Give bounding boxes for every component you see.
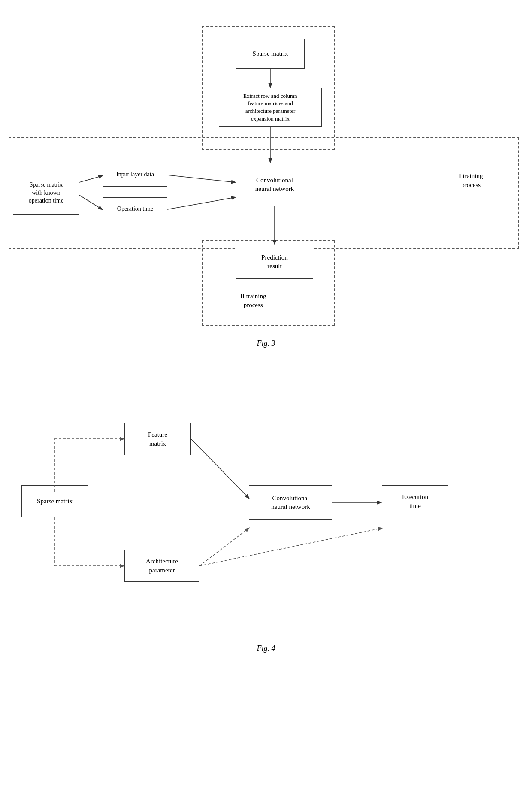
fig3-sparse-matrix-box: Sparse matrix bbox=[236, 39, 305, 69]
fig4-diagram: Sparse matrix Featurematrix Architecture… bbox=[9, 382, 523, 640]
fig3-extract-box: Extract row and columnfeature matrices a… bbox=[219, 88, 322, 127]
svg-line-13 bbox=[200, 528, 382, 566]
fig4-arch-box: Architectureparameter bbox=[124, 550, 200, 582]
fig3-diagram: Sparse matrix Extract row and columnfeat… bbox=[9, 17, 523, 335]
fig4-cnn-box: Convolutionalneural network bbox=[249, 485, 332, 520]
fig3-prediction-box: Predictionresult bbox=[236, 245, 313, 279]
fig3-sparse-known-box: Sparse matrixwith knownoperation time bbox=[13, 172, 79, 215]
fig3-cnn-box: Convolutionalneural network bbox=[236, 163, 313, 206]
fig4-caption: Fig. 4 bbox=[257, 644, 275, 653]
fig3-input-layer-box: Input layer data bbox=[103, 163, 167, 187]
svg-line-12 bbox=[200, 528, 249, 566]
fig3-operation-time-box: Operation time bbox=[103, 197, 167, 221]
fig3-caption: Fig. 3 bbox=[257, 339, 275, 348]
fig3-train2-label: II trainingprocess bbox=[240, 292, 266, 310]
svg-line-9 bbox=[191, 439, 249, 498]
fig4-sparse-box: Sparse matrix bbox=[21, 485, 88, 517]
fig4-feature-box: Featurematrix bbox=[124, 423, 191, 455]
fig3-train1-label: I trainingprocess bbox=[459, 172, 483, 190]
fig4-exec-box: Executiontime bbox=[382, 485, 448, 517]
